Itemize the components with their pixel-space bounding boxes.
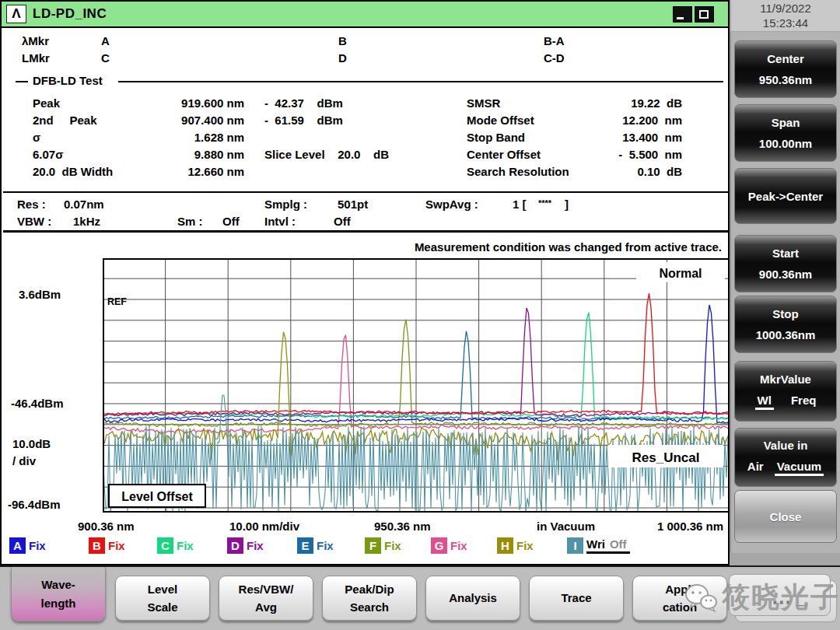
smplg-label: Smplg : bbox=[264, 198, 307, 211]
trace-e-indicator[interactable]: E Fix bbox=[297, 537, 334, 554]
svg-text:REF: REF bbox=[107, 296, 127, 307]
close-softkey[interactable]: Close bbox=[734, 490, 837, 543]
stop-band-value: 13.400 nm bbox=[569, 131, 682, 144]
maximize-icon bbox=[699, 10, 709, 19]
peak-to-center-softkey[interactable]: Peak->Center bbox=[734, 168, 837, 224]
menu-analysis-button[interactable]: Analysis bbox=[425, 576, 520, 621]
start-softkey-value: 900.36nm bbox=[759, 268, 812, 281]
marker-value-label: MkrValue bbox=[760, 373, 811, 386]
start-softkey[interactable]: Start 900.36nm bbox=[734, 235, 837, 292]
span-softkey[interactable]: Span 100.00nm bbox=[734, 104, 837, 162]
main-window: Λ LD-PD_INC λMkr A B B-A LMkr C D C-D DF… bbox=[0, 0, 730, 565]
minimize-button[interactable] bbox=[673, 6, 692, 23]
swpavg-value: 1 [ bbox=[513, 198, 527, 211]
slice-level: Slice Level 20.0 dB bbox=[264, 148, 389, 161]
section-rule-left bbox=[16, 81, 28, 82]
trace-i-indicator[interactable]: I Wri Off bbox=[567, 537, 630, 554]
stop-softkey[interactable]: Stop 1000.36nm bbox=[734, 296, 837, 353]
x-axis-start-label: 900.36 nm bbox=[78, 520, 135, 533]
x-axis-perdiv-label: 10.00 nm/div bbox=[229, 520, 299, 533]
db-width-value: 12.660 nm bbox=[149, 165, 244, 178]
menu-peak-dip-line1: Peak/Dip bbox=[345, 580, 394, 598]
trace-h-indicator[interactable]: H Fix bbox=[497, 537, 534, 554]
value-in-softkey[interactable]: Value in Air Vacuum bbox=[734, 428, 837, 487]
center-offset-value: - 5.500 nm bbox=[569, 148, 682, 161]
marker-value-softkey[interactable]: MkrValue Wl Freq bbox=[734, 361, 837, 422]
value-in-label: Value in bbox=[764, 439, 808, 452]
window-titlebar: Λ LD-PD_INC bbox=[2, 2, 728, 28]
menu-analysis-label: Analysis bbox=[449, 589, 497, 607]
time-text: 15:23:44 bbox=[731, 16, 840, 30]
six-sigma-label: 6.07σ bbox=[33, 148, 63, 161]
stop-softkey-value: 1000.36nm bbox=[756, 328, 816, 341]
res-label: Res : bbox=[17, 198, 46, 211]
value-in-air-option[interactable]: Air bbox=[747, 460, 764, 476]
second-peak-level: - 61.59 dBm bbox=[264, 114, 343, 127]
trace-a-indicator[interactable]: A Fix bbox=[9, 537, 46, 554]
marker-value-freq-option[interactable]: Freq bbox=[791, 394, 817, 410]
interval-value: Off bbox=[334, 215, 351, 228]
y-axis-perdiv-label2: / div bbox=[12, 454, 36, 467]
marker-d-header: D bbox=[338, 51, 347, 65]
svg-text:Level Offset: Level Offset bbox=[121, 490, 193, 503]
menu-level-scale-button[interactable]: Level Scale bbox=[115, 576, 210, 621]
mode-offset-label: Mode Offset bbox=[467, 114, 534, 127]
interval-label: Intvl : bbox=[264, 215, 296, 228]
trace-d-swatch: D bbox=[227, 537, 243, 554]
search-resolution-value: 0.10 dB bbox=[569, 165, 682, 178]
x-axis-stop-label: 1 000.36 nm bbox=[657, 520, 723, 533]
center-softkey-label: Center bbox=[767, 52, 804, 65]
marker-value-wl-option[interactable]: Wl bbox=[755, 394, 774, 410]
trace-b-indicator[interactable]: B Fix bbox=[89, 537, 125, 554]
menu-peak-dip-search-button[interactable]: Peak/Dip Search bbox=[322, 576, 417, 621]
trace-c-state: Fix bbox=[177, 539, 194, 552]
trace-i-state: Wri bbox=[586, 537, 605, 551]
trace-g-indicator[interactable]: G Fix bbox=[431, 537, 467, 554]
measurement-note: Measurement condition was changed from a… bbox=[415, 240, 722, 254]
svg-text:Res_Uncal: Res_Uncal bbox=[632, 450, 700, 465]
trace-c-indicator[interactable]: C Fix bbox=[157, 537, 194, 554]
menu-more-button[interactable]: ⋯→ bbox=[729, 574, 834, 621]
res-value: 0.07nm bbox=[64, 198, 104, 211]
value-in-vacuum-option[interactable]: Vacuum bbox=[775, 460, 824, 476]
menu-level-scale-line1: Level bbox=[148, 580, 177, 598]
marker-c-header: C bbox=[101, 51, 110, 65]
center-offset-label: Center Offset bbox=[467, 148, 541, 161]
menu-trace-button[interactable]: Trace bbox=[529, 576, 624, 621]
menu-peak-dip-line2: Search bbox=[350, 598, 389, 616]
trace-e-state: Fix bbox=[317, 539, 334, 552]
marker-b-header: B bbox=[338, 34, 347, 47]
wavelength-marker-row-label: λMkr bbox=[22, 34, 49, 47]
trace-f-indicator[interactable]: F Fix bbox=[365, 537, 401, 554]
peak-wavelength: 919.600 nm bbox=[149, 96, 244, 110]
peak-to-center-label: Peak->Center bbox=[748, 190, 823, 203]
trace-i-state-group: Wri Off bbox=[586, 537, 630, 554]
menu-application-button[interactable]: Appli cation bbox=[632, 576, 727, 621]
start-softkey-label: Start bbox=[772, 247, 799, 260]
menu-wavelength-line1: Wave- bbox=[41, 576, 75, 593]
datetime-display: 11/9/2022 15:23:44 bbox=[731, 0, 840, 31]
maximize-button[interactable] bbox=[695, 6, 714, 23]
trace-i-swatch: I bbox=[567, 537, 583, 554]
center-softkey[interactable]: Center 950.36nm bbox=[734, 40, 837, 98]
menu-res-vbw-line1: Res/VBW/ bbox=[239, 580, 294, 598]
stop-softkey-label: Stop bbox=[772, 307, 798, 320]
menu-res-vbw-avg-button[interactable]: Res/VBW/ Avg bbox=[219, 576, 313, 621]
smsr-value: 19.22 dB bbox=[569, 96, 682, 110]
peak-label: Peak bbox=[33, 96, 60, 110]
second-peak-wavelength: 907.400 nm bbox=[149, 114, 244, 127]
sigma-value: 1.628 nm bbox=[149, 131, 244, 144]
date-text: 11/9/2022 bbox=[731, 1, 840, 16]
menu-res-vbw-line2: Avg bbox=[255, 598, 277, 616]
smsr-label: SMSR bbox=[467, 96, 500, 110]
menu-application-line2: cation bbox=[663, 598, 697, 616]
db-width-label: 20.0 dB Width bbox=[33, 165, 113, 178]
trace-b-swatch: B bbox=[89, 537, 105, 554]
trace-h-state: Fix bbox=[516, 539, 534, 552]
menu-wavelength-line2: length bbox=[41, 594, 76, 612]
menu-wavelength-button[interactable]: Wave- length bbox=[11, 567, 106, 621]
swpavg-bracket: ] bbox=[565, 198, 569, 211]
trace-d-indicator[interactable]: D Fix bbox=[227, 537, 264, 554]
peak-level: - 42.37 dBm bbox=[264, 96, 343, 110]
smplg-value: 501pt bbox=[338, 198, 368, 211]
